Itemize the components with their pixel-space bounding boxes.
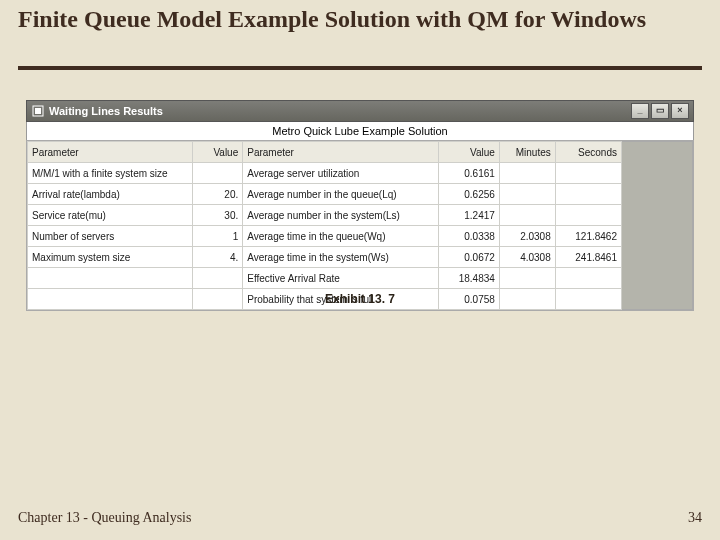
col-parameter-right: Parameter [243,142,439,163]
table-row: Effective Arrival Rate 18.4834 [28,268,622,289]
cell-param-left [28,268,193,289]
cell-seconds [555,205,621,226]
cell-param-left: M/M/1 with a finite system size [28,163,193,184]
col-value-right: Value [438,142,499,163]
col-minutes: Minutes [499,142,555,163]
maximize-button[interactable]: ▭ [651,103,669,119]
cell-minutes [499,184,555,205]
col-parameter-left: Parameter [28,142,193,163]
cell-param-right: Average time in the queue(Wq) [243,226,439,247]
results-table: Parameter Value Parameter Value Minutes … [27,141,622,310]
cell-seconds [555,268,621,289]
grid-slack-area [622,141,693,310]
cell-value-right: 1.2417 [438,205,499,226]
cell-param-right: Average server utilization [243,163,439,184]
cell-param-left: Number of servers [28,226,193,247]
cell-param-right: Average number in the system(Ls) [243,205,439,226]
cell-value-left [192,163,243,184]
window-icon [31,104,45,118]
footer-left: Chapter 13 - Queuing Analysis [18,510,191,526]
table-row: Arrival rate(lambda) 20. Average number … [28,184,622,205]
cell-param-right: Average number in the queue(Lq) [243,184,439,205]
cell-value-left: 30. [192,205,243,226]
cell-value-left: 20. [192,184,243,205]
cell-param-left: Service rate(mu) [28,205,193,226]
cell-param-right: Average time in the system(Ws) [243,247,439,268]
cell-param-left: Arrival rate(lambda) [28,184,193,205]
title-rule [18,66,702,70]
svg-rect-1 [35,108,41,114]
results-window: Waiting Lines Results _ ▭ × Metro Quick … [26,100,694,311]
table-row: M/M/1 with a finite system size Average … [28,163,622,184]
results-grid-wrap: Parameter Value Parameter Value Minutes … [26,140,694,311]
cell-minutes: 4.0308 [499,247,555,268]
close-button[interactable]: × [671,103,689,119]
cell-param-left: Maximum system size [28,247,193,268]
minimize-button[interactable]: _ [631,103,649,119]
window-subtitle: Metro Quick Lube Example Solution [26,122,694,140]
cell-value-right: 0.6256 [438,184,499,205]
slide: Finite Queue Model Example Solution with… [0,0,720,540]
cell-seconds: 121.8462 [555,226,621,247]
table-header-row: Parameter Value Parameter Value Minutes … [28,142,622,163]
col-value-left: Value [192,142,243,163]
window-title: Waiting Lines Results [49,105,631,117]
cell-value-right: 0.0338 [438,226,499,247]
table-row: Maximum system size 4. Average time in t… [28,247,622,268]
slide-title: Finite Queue Model Example Solution with… [18,6,702,32]
table-row: Service rate(mu) 30. Average number in t… [28,205,622,226]
page-number: 34 [688,510,702,526]
cell-value-left: 4. [192,247,243,268]
cell-value-right: 18.4834 [438,268,499,289]
cell-value-left: 1 [192,226,243,247]
table-row: Number of servers 1 Average time in the … [28,226,622,247]
cell-seconds [555,163,621,184]
cell-value-right: 0.6161 [438,163,499,184]
cell-minutes [499,163,555,184]
col-seconds: Seconds [555,142,621,163]
cell-param-right: Effective Arrival Rate [243,268,439,289]
cell-minutes [499,205,555,226]
cell-seconds [555,184,621,205]
cell-seconds: 241.8461 [555,247,621,268]
cell-value-right: 0.0672 [438,247,499,268]
cell-value-left [192,268,243,289]
cell-minutes: 2.0308 [499,226,555,247]
exhibit-caption: Exhibit 13. 7 [0,292,720,306]
cell-minutes [499,268,555,289]
titlebar: Waiting Lines Results _ ▭ × [26,100,694,122]
